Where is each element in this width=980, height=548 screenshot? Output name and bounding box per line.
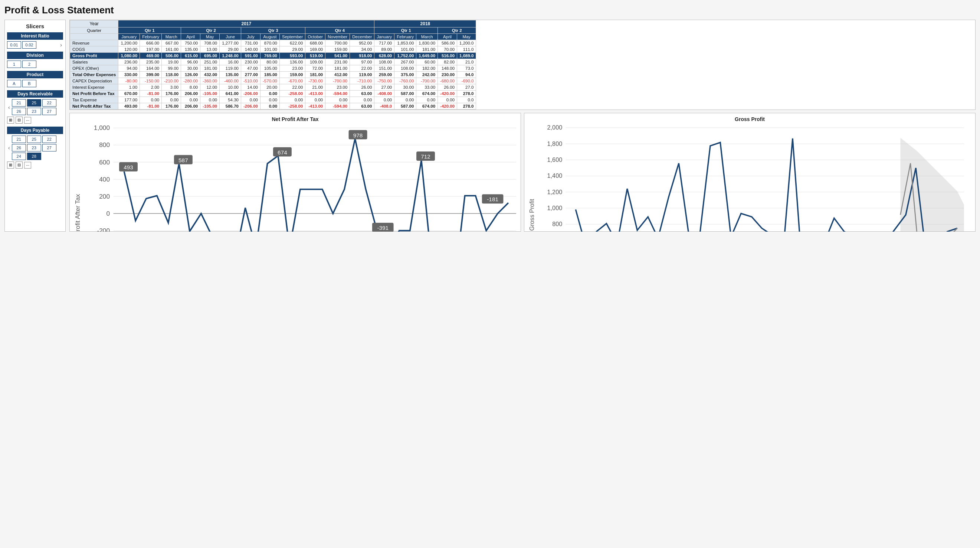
slicer-item[interactable]: 22 [42,135,56,143]
cell: 1.00 [118,84,140,91]
slicer-item[interactable]: 22 [42,99,56,107]
slicer-item[interactable]: 21 [12,135,26,143]
cell: -700.00 [416,78,438,84]
row-label-capex: CAPEX Depreciation [70,78,118,84]
slicer-item[interactable]: 26 [12,144,26,151]
slicer-item[interactable]: B [22,80,37,87]
month-mar-2018: March [416,34,438,40]
slicer-item[interactable]: 24 [12,153,26,160]
slicer-item[interactable]: 25 [27,135,41,143]
svg-text:200: 200 [99,193,110,200]
cell: 99.00 [162,65,181,72]
slicer-nav-left[interactable]: ‹ [7,104,11,110]
svg-text:674: 674 [278,149,287,156]
cell: -760.00 [395,78,416,84]
cell: 169.00 [305,46,325,53]
net-profit-chart-title: Net Profit After Tax [74,116,516,122]
svg-text:712: 712 [421,153,430,160]
svg-marker-77 [900,138,964,232]
slicer-item[interactable]: 25 [27,99,41,107]
cell: 181.00 [200,65,220,72]
slicer-select-btn[interactable]: ⊟ [16,161,22,169]
cell: 164.00 [140,65,162,72]
slicer-nav-left[interactable]: ‹ [7,145,11,151]
cell: 952.00 [350,40,374,46]
slicer-item[interactable]: 27 [42,108,56,115]
table-row: Gross Profit 1,080.00 469.00 506.00 615.… [70,53,476,59]
slicer-item[interactable]: 28 [27,153,41,160]
month-jul: July [241,34,261,40]
cell: 94.0 [457,72,476,78]
svg-text:1,600: 1,600 [547,156,563,163]
cell: 918.00 [350,53,374,59]
cell: 432.00 [200,72,220,78]
slicer-item[interactable]: A [7,80,21,87]
row-label-tax: Tax Expense [70,97,118,103]
qtr-2-2018: Qtr 2 [438,27,476,34]
month-mar: March [162,34,181,40]
slicer-more-btn[interactable]: ··· [24,117,31,124]
slicer-item[interactable]: 0.02 [22,41,37,49]
slicer-item[interactable]: 1 [7,61,21,68]
svg-text:-391: -391 [377,225,388,231]
page-title: Profit & Loss Statement [5,5,975,16]
cell: 126.00 [181,72,200,78]
cell: 159.00 [280,72,305,78]
cell: 236.00 [118,59,140,65]
cell: 1,089.0 [457,53,476,59]
month-apr-2018: April [438,34,457,40]
slicer-filter-btn[interactable]: ⊞ [7,116,14,124]
table-row: OPEX (Other) 94.00 164.00 99.00 30.00 18… [70,65,476,72]
cell: 259.00 [374,72,395,78]
cell: 119.00 [220,65,241,72]
cell: 120.00 [118,46,140,53]
cell: -700.00 [325,78,350,84]
slicer-item[interactable]: 23 [27,144,41,151]
cell: -360.00 [200,78,220,84]
col-year-label: Year [70,21,118,27]
slicer-item[interactable]: 0.01 [7,41,21,49]
cell: 667.00 [162,40,181,46]
cell: 717.00 [374,40,395,46]
cell: 1,200.0 [457,40,476,46]
cell: 27.00 [374,84,395,91]
cell: 108.00 [395,65,416,72]
charts-row: Net Profit After Tax [69,113,975,232]
slicer-item[interactable]: 23 [27,108,41,115]
cell: -80.00 [118,78,140,84]
slicer-item[interactable]: 27 [42,144,56,151]
slicer-more-btn[interactable]: ··· [24,162,31,169]
svg-text:-200: -200 [97,227,110,232]
slicer-filter-btn[interactable]: ⊞ [7,161,14,169]
row-label-gross-profit: Gross Profit [70,53,118,59]
table-row: Interest Expense 1.00 2.00 3.00 8.00 12.… [70,84,476,91]
slicer-nav-right[interactable]: › [59,42,63,48]
cell: 10.00 [220,84,241,91]
cell: 182.00 [416,65,438,72]
cell: 674.00 [416,103,438,110]
slicer-item[interactable]: 26 [12,108,26,115]
slicer-product-header: Product [7,71,63,78]
slicer-item[interactable]: 2 [22,61,37,68]
cell: 506.00 [162,53,181,59]
table-row: Tax Expense 177.00 0.00 0.00 0.00 0.00 5… [70,97,476,103]
cell: 19.00 [162,59,181,65]
cell: 670.00 [118,91,140,97]
cell: -594.00 [325,103,350,110]
slicer-select-btn[interactable]: ⊟ [16,116,22,124]
cell: -460.00 [220,78,241,84]
cell: 72.00 [305,65,325,72]
cell: 101.00 [395,46,416,53]
cell: 21.0 [457,59,476,65]
month-jun: June [220,34,241,40]
cell: 21.00 [305,84,325,91]
cell: 70.00 [438,46,457,53]
year-2017: 2017 [118,21,374,27]
gross-profit-chart-svg: 2,000 1,800 1,600 1,400 1,200 1,000 800 … [529,124,971,232]
month-apr: April [181,34,200,40]
slicer-item[interactable]: 21 [12,99,26,107]
cell: 750.00 [181,40,200,46]
gross-profit-chart-box: Gross Profit [524,113,975,232]
cell: 1,248.00 [220,53,241,59]
cell: 469.00 [140,53,162,59]
